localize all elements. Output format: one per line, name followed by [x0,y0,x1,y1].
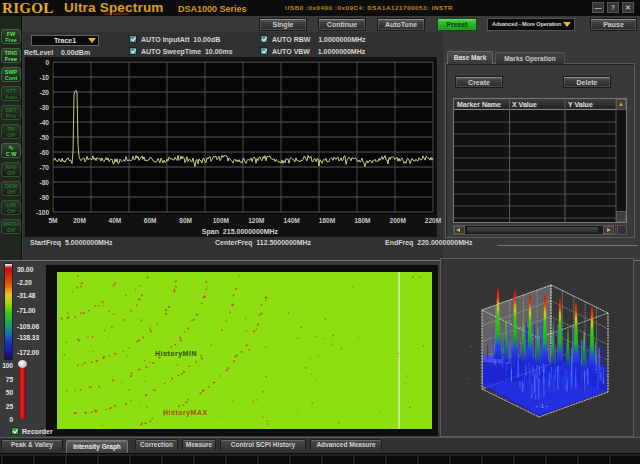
svg-text:-: - [468,375,470,381]
svg-text:~ -1 ~: ~ -1 ~ [535,403,548,409]
svg-text:-: - [470,343,472,349]
